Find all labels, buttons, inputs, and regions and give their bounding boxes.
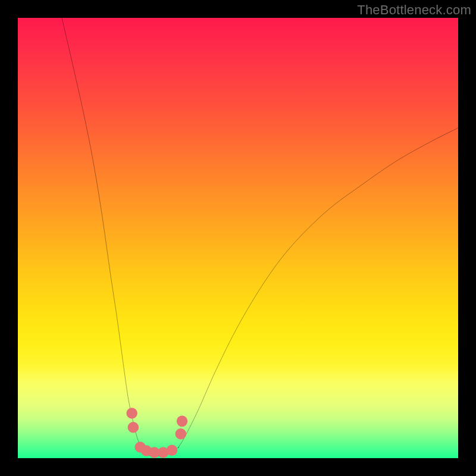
valley-marker <box>128 422 139 433</box>
watermark-text: TheBottleneck.com <box>357 2 471 18</box>
plot-area <box>18 18 458 458</box>
chart-svg <box>18 18 458 458</box>
valley-marker <box>177 416 188 427</box>
bottleneck-curve <box>62 18 458 456</box>
valley-marker <box>167 444 178 456</box>
valley-marker <box>126 408 137 419</box>
valley-marker <box>176 428 187 440</box>
valley-marker-group <box>126 408 187 458</box>
outer-frame: TheBottleneck.com <box>0 0 476 476</box>
